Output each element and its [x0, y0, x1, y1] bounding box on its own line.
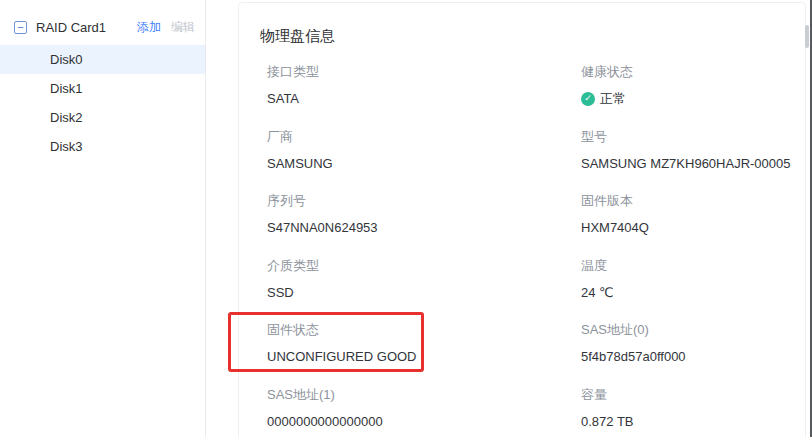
- raid-management-screen: − RAID Card1 添加 编辑 Disk0 Disk1 Disk2 Dis…: [0, 0, 812, 437]
- sidebar-item-disk1[interactable]: Disk1: [0, 74, 205, 103]
- sidebar-item-disk0[interactable]: Disk0: [0, 45, 205, 74]
- field-label: 序列号: [267, 192, 581, 209]
- field-interface-type: 接口类型 SATA: [239, 63, 581, 128]
- scrollbar-thumb[interactable]: [805, 25, 809, 48]
- status-text: 正常: [600, 90, 626, 107]
- field-firmware-version: 固件版本 HXM7404Q: [581, 192, 805, 257]
- field-value: 24 ℃: [581, 284, 805, 301]
- disk-list: Disk0 Disk1 Disk2 Disk3: [0, 45, 205, 161]
- field-label: 介质类型: [267, 257, 581, 274]
- field-value: 0000000000000000: [267, 413, 581, 430]
- sidebar-item-disk2[interactable]: Disk2: [0, 103, 205, 132]
- field-temperature: 温度 24 ℃: [581, 257, 805, 322]
- edit-link[interactable]: 编辑: [171, 19, 195, 36]
- raid-card-label: RAID Card1: [36, 20, 106, 35]
- field-media-type: 介质类型 SSD: [239, 257, 581, 322]
- field-value: SSD: [267, 284, 581, 301]
- field-value: UNCONFIGURED GOOD: [267, 348, 581, 365]
- field-value: 5f4b78d57a0ff000: [581, 348, 805, 365]
- field-label: 厂商: [267, 128, 581, 145]
- field-value: S47NNA0N624953: [267, 219, 581, 236]
- field-value: ✓ 正常: [581, 90, 805, 107]
- field-label: 容量: [581, 386, 805, 403]
- check-circle-icon: ✓: [581, 92, 595, 106]
- field-sas-address-1: SAS地址(1) 0000000000000000: [239, 386, 581, 437]
- field-label: 健康状态: [581, 63, 805, 80]
- field-capacity: 容量 0.872 TB: [581, 386, 805, 437]
- sidebar-item-disk3[interactable]: Disk3: [0, 132, 205, 161]
- field-label: SAS地址(1): [267, 386, 581, 403]
- disk-info-fields: 接口类型 SATA 健康状态 ✓ 正常 厂商 SAMSUNG 型号 SAMSUN…: [239, 63, 805, 437]
- field-model: 型号 SAMSUNG MZ7KH960HAJR-00005: [581, 128, 805, 193]
- add-link[interactable]: 添加: [137, 19, 161, 36]
- physical-disk-info-card: 物理盘信息 接口类型 SATA 健康状态 ✓ 正常 厂商 SAMSUNG 型号: [238, 2, 806, 437]
- field-label: 温度: [581, 257, 805, 274]
- field-label: 型号: [581, 128, 805, 145]
- field-label: 接口类型: [267, 63, 581, 80]
- field-label: SAS地址(0): [581, 321, 805, 338]
- field-sas-address-0: SAS地址(0) 5f4b78d57a0ff000: [581, 321, 805, 386]
- page-title: 物理盘信息: [260, 27, 805, 46]
- field-value: 0.872 TB: [581, 413, 805, 430]
- field-value: SAMSUNG: [267, 155, 581, 172]
- field-health-status: 健康状态 ✓ 正常: [581, 63, 805, 128]
- field-value: SAMSUNG MZ7KH960HAJR-00005: [581, 155, 805, 172]
- field-value: SATA: [267, 90, 581, 107]
- tree-actions: 添加 编辑: [137, 19, 195, 36]
- field-label: 固件状态: [267, 321, 581, 338]
- field-firmware-state: 固件状态 UNCONFIGURED GOOD: [239, 321, 581, 386]
- field-serial-number: 序列号 S47NNA0N624953: [239, 192, 581, 257]
- field-vendor: 厂商 SAMSUNG: [239, 128, 581, 193]
- field-value: HXM7404Q: [581, 219, 805, 236]
- disk-tree-sidebar: − RAID Card1 添加 编辑 Disk0 Disk1 Disk2 Dis…: [0, 0, 206, 437]
- collapse-expander-icon[interactable]: −: [14, 21, 27, 34]
- tree-node-raid-card[interactable]: − RAID Card1 添加 编辑: [0, 12, 205, 42]
- field-label: 固件版本: [581, 192, 805, 209]
